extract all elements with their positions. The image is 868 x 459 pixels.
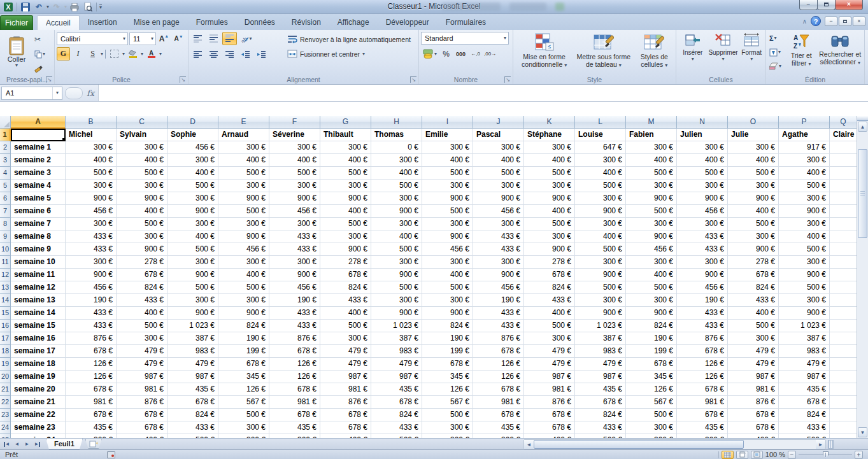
cell[interactable]: 400 € bbox=[422, 269, 473, 281]
cell[interactable]: 300 € bbox=[422, 218, 473, 230]
decrease-decimal-button[interactable]: ,00→ bbox=[483, 47, 497, 60]
cell[interactable]: 500 € bbox=[575, 281, 626, 294]
cell[interactable]: semaine 13 bbox=[11, 294, 66, 307]
cell[interactable]: 300 € bbox=[320, 332, 371, 345]
cell[interactable]: 400 € bbox=[524, 307, 575, 320]
cell[interactable]: 900 € bbox=[677, 269, 728, 281]
cell[interactable]: 981 € bbox=[117, 383, 167, 396]
cell[interactable]: 900 € bbox=[677, 192, 728, 205]
cell[interactable]: 400 € bbox=[779, 230, 830, 243]
cell[interactable]: 300 € bbox=[320, 180, 371, 192]
cell[interactable]: 300 € bbox=[422, 294, 473, 307]
borders-dropdown[interactable]: ▾ bbox=[122, 52, 125, 57]
row-header-17[interactable]: 17 bbox=[0, 332, 11, 345]
cell[interactable]: Thibault bbox=[320, 129, 371, 141]
cell[interactable]: Fabien bbox=[626, 129, 677, 141]
cell[interactable]: 278 € bbox=[320, 256, 371, 269]
cell[interactable] bbox=[830, 320, 857, 332]
cell[interactable]: 678 € bbox=[167, 396, 218, 409]
cell[interactable]: semaine 20 bbox=[11, 383, 66, 396]
cell[interactable]: 479 € bbox=[117, 345, 167, 358]
increase-decimal-button[interactable]: ←,0 bbox=[469, 47, 482, 60]
cell[interactable] bbox=[830, 256, 857, 269]
cell[interactable]: 678 € bbox=[524, 421, 575, 434]
cell[interactable]: 900 € bbox=[422, 192, 473, 205]
font-color-button[interactable]: A bbox=[145, 47, 158, 60]
cut-button[interactable]: ✂ bbox=[33, 33, 46, 46]
cell[interactable]: 500 € bbox=[117, 320, 167, 332]
cell[interactable]: 987 € bbox=[728, 371, 779, 383]
cell[interactable]: 300 € bbox=[677, 141, 728, 154]
cell[interactable]: 190 € bbox=[218, 332, 269, 345]
cell[interactable]: 900 € bbox=[575, 307, 626, 320]
cell[interactable]: 900 € bbox=[66, 269, 117, 281]
normal-view-button[interactable] bbox=[722, 451, 734, 459]
cell[interactable]: 400 € bbox=[66, 154, 117, 167]
cell[interactable]: 900 € bbox=[117, 192, 167, 205]
cell[interactable]: 300 € bbox=[779, 192, 830, 205]
align-right-button[interactable] bbox=[222, 48, 237, 61]
cell[interactable]: semaine 12 bbox=[11, 281, 66, 294]
cell[interactable]: 126 € bbox=[269, 358, 320, 371]
orientation-button[interactable]: ab ▾ bbox=[238, 32, 253, 45]
cell[interactable]: 190 € bbox=[677, 294, 728, 307]
cell[interactable]: 300 € bbox=[422, 180, 473, 192]
cell[interactable]: 900 € bbox=[218, 192, 269, 205]
ribbon-tab-formules[interactable]: Formules bbox=[188, 15, 236, 30]
cell[interactable]: semaine 17 bbox=[11, 345, 66, 358]
decrease-indent-button[interactable] bbox=[238, 48, 253, 61]
cell[interactable]: 400 € bbox=[117, 154, 167, 167]
cell[interactable]: 300 € bbox=[728, 180, 779, 192]
cell[interactable]: 900 € bbox=[269, 269, 320, 281]
zoom-slider[interactable] bbox=[799, 451, 852, 459]
page-layout-view-button[interactable] bbox=[736, 451, 748, 459]
cell[interactable]: 278 € bbox=[728, 256, 779, 269]
cell[interactable]: 500 € bbox=[371, 180, 422, 192]
row-header-6[interactable]: 6 bbox=[0, 192, 11, 205]
cell[interactable]: 433 € bbox=[320, 294, 371, 307]
cell[interactable]: 433 € bbox=[66, 230, 117, 243]
clear-button[interactable]: ▾ bbox=[768, 60, 785, 73]
cell[interactable]: 400 € bbox=[422, 154, 473, 167]
cell[interactable]: 300 € bbox=[371, 294, 422, 307]
cell[interactable]: 479 € bbox=[728, 358, 779, 371]
cell[interactable]: 500 € bbox=[320, 167, 371, 180]
row-header-2[interactable]: 2 bbox=[0, 141, 11, 154]
cell[interactable]: 678 € bbox=[66, 345, 117, 358]
cell[interactable]: 900 € bbox=[473, 192, 524, 205]
find-select-button[interactable]: Rechercher et sélectionner ▾ bbox=[817, 32, 863, 74]
cell[interactable]: 300 € bbox=[728, 230, 779, 243]
cell[interactable]: 433 € bbox=[473, 307, 524, 320]
cell[interactable]: 900 € bbox=[371, 205, 422, 218]
cell[interactable]: 500 € bbox=[218, 167, 269, 180]
clipboard-dialog-launcher[interactable]: ↘ bbox=[46, 76, 52, 83]
cell[interactable]: 300 € bbox=[677, 256, 728, 269]
cell[interactable]: 400 € bbox=[320, 205, 371, 218]
font-dialog-launcher[interactable]: ↘ bbox=[180, 76, 186, 83]
ribbon-tab-insertion[interactable]: Insertion bbox=[80, 15, 125, 30]
page-break-view-button[interactable] bbox=[751, 451, 763, 459]
cell[interactable]: 456 € bbox=[473, 281, 524, 294]
cell[interactable]: 300 € bbox=[473, 256, 524, 269]
cell[interactable]: Stéphane bbox=[524, 129, 575, 141]
cell[interactable]: Sylvain bbox=[117, 129, 167, 141]
row-header-11[interactable]: 11 bbox=[0, 256, 11, 269]
cell[interactable]: 500 € bbox=[524, 320, 575, 332]
cell[interactable]: 300 € bbox=[371, 218, 422, 230]
cell[interactable]: 479 € bbox=[117, 358, 167, 371]
cell[interactable]: semaine 8 bbox=[11, 230, 66, 243]
cell[interactable]: semaine 10 bbox=[11, 256, 66, 269]
cell[interactable]: 400 € bbox=[728, 307, 779, 320]
cell[interactable]: 300 € bbox=[117, 230, 167, 243]
cell[interactable]: 876 € bbox=[524, 396, 575, 409]
cell[interactable]: 300 € bbox=[575, 218, 626, 230]
cell[interactable]: 479 € bbox=[575, 358, 626, 371]
scroll-up-icon[interactable]: ▲ bbox=[858, 122, 867, 132]
cell[interactable]: 435 € bbox=[473, 421, 524, 434]
cell[interactable]: semaine 2 bbox=[11, 154, 66, 167]
fill-color-button[interactable] bbox=[126, 47, 139, 60]
cell[interactable]: 500 € bbox=[779, 180, 830, 192]
cell[interactable]: 678 € bbox=[218, 358, 269, 371]
cell[interactable]: 876 € bbox=[473, 332, 524, 345]
cell[interactable]: 900 € bbox=[167, 307, 218, 320]
